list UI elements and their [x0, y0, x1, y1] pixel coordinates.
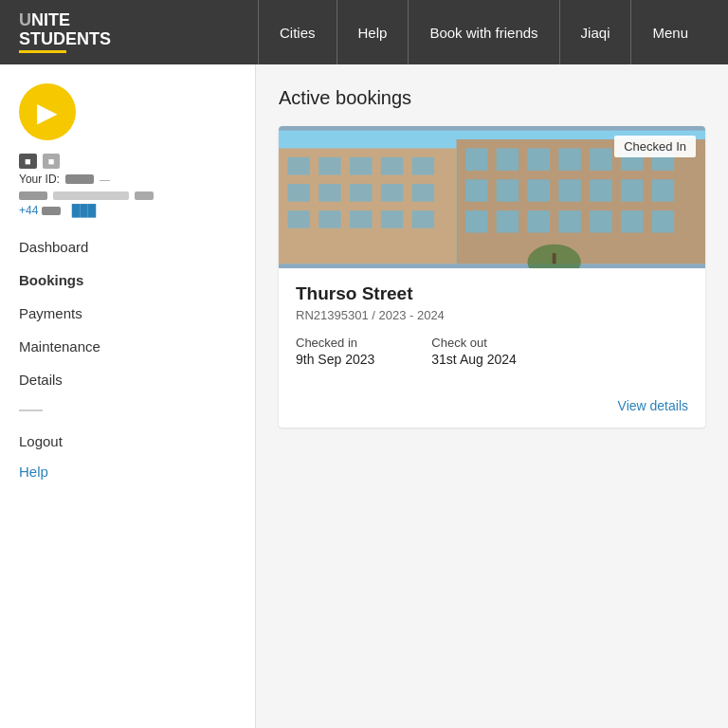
booking-dates: Checked in 9th Sep 2023 Check out 31st A… — [296, 336, 688, 367]
svg-rect-26 — [497, 179, 519, 201]
content-area: Active bookings — [256, 64, 728, 728]
logo-underline — [19, 50, 66, 53]
svg-rect-8 — [318, 184, 340, 202]
view-details-row: View details — [279, 397, 705, 428]
svg-rect-14 — [350, 210, 372, 228]
booking-ref: RN21395301 / 2023 - 2024 — [296, 308, 688, 322]
sidebar-item-details[interactable]: Details — [19, 363, 236, 396]
booking-name: Thurso Street — [296, 283, 688, 304]
phone-row: +44 ███ — [19, 204, 236, 217]
svg-rect-38 — [652, 210, 674, 232]
svg-rect-20 — [528, 148, 550, 170]
avatar: ▶ — [19, 83, 76, 140]
booking-image: Checked In — [279, 126, 705, 268]
logo: UNITE STUDENTS — [19, 11, 111, 54]
checked-in-badge: Checked In — [614, 136, 696, 157]
svg-rect-4 — [350, 157, 372, 175]
svg-rect-15 — [381, 210, 403, 228]
checked-in-date: 9th Sep 2023 — [296, 352, 374, 367]
checked-in-label: Checked in — [296, 336, 374, 350]
svg-rect-6 — [412, 157, 434, 175]
svg-rect-34 — [528, 210, 550, 232]
nav-jiaqi[interactable]: Jiaqi — [560, 0, 632, 64]
check-out-date: 31st Aug 2024 — [431, 352, 517, 367]
user-id-dash: — — [100, 173, 110, 185]
nav-book-friends[interactable]: Book with friends — [409, 0, 559, 64]
sidebar-item-maintenance[interactable]: Maintenance — [19, 330, 236, 363]
svg-rect-3 — [318, 157, 340, 175]
svg-rect-7 — [287, 184, 309, 202]
svg-rect-31 — [652, 179, 674, 201]
badge-gray: ■ — [43, 154, 61, 169]
booking-info: Thurso Street RN21395301 / 2023 - 2024 C… — [279, 268, 705, 397]
svg-rect-33 — [497, 210, 519, 232]
logout-link[interactable]: Logout — [19, 425, 236, 458]
user-badges-row: ■ ■ — [19, 154, 236, 169]
svg-rect-28 — [558, 179, 580, 201]
view-details-link[interactable]: View details — [618, 398, 688, 413]
svg-rect-19 — [497, 148, 519, 170]
sidebar-nav: Dashboard Bookings Payments Maintenance … — [19, 230, 236, 396]
check-out-label: Check out — [431, 336, 517, 350]
help-link[interactable]: Help — [19, 458, 236, 485]
user-id-row: Your ID: — — [19, 173, 236, 186]
user-id-value-block — [65, 174, 94, 184]
svg-rect-27 — [528, 179, 550, 201]
svg-rect-10 — [381, 184, 403, 202]
sidebar-item-payments[interactable]: Payments — [19, 297, 236, 330]
svg-rect-13 — [318, 210, 340, 228]
nav-cities[interactable]: Cities — [258, 0, 337, 64]
email-link[interactable]: ███ — [72, 204, 97, 217]
sidebar-item-dashboard[interactable]: Dashboard — [19, 230, 236, 264]
section-title: Active bookings — [279, 87, 705, 109]
svg-rect-9 — [350, 184, 372, 202]
svg-rect-40 — [553, 253, 556, 264]
svg-rect-29 — [590, 179, 611, 201]
main-nav: Cities Help Book with friends Jiaqi Menu — [258, 0, 709, 64]
svg-rect-2 — [287, 157, 309, 175]
svg-rect-11 — [412, 184, 434, 202]
check-out-block: Check out 31st Aug 2024 — [431, 336, 517, 367]
sidebar-divider — [19, 410, 43, 411]
main-layout: ▶ ■ ■ Your ID: — +44 ███ Dashboard — [0, 64, 728, 728]
contact-block-1 — [19, 191, 47, 200]
svg-rect-36 — [590, 210, 611, 232]
svg-rect-12 — [287, 210, 309, 228]
contact-block-2 — [53, 191, 129, 200]
user-id-label: Your ID: — [19, 173, 60, 186]
svg-rect-37 — [621, 210, 643, 232]
contact-row — [19, 191, 236, 200]
sidebar-item-bookings[interactable]: Bookings — [19, 264, 236, 297]
svg-rect-30 — [621, 179, 643, 201]
svg-rect-35 — [558, 210, 580, 232]
svg-rect-25 — [465, 179, 487, 201]
svg-rect-18 — [465, 148, 487, 170]
checked-in-block: Checked in 9th Sep 2023 — [296, 336, 374, 367]
svg-rect-32 — [465, 210, 487, 232]
badge-dark: ■ — [19, 154, 37, 169]
sidebar: ▶ ■ ■ Your ID: — +44 ███ Dashboard — [0, 64, 256, 728]
nav-menu[interactable]: Menu — [631, 0, 709, 64]
svg-rect-22 — [590, 148, 611, 170]
svg-rect-16 — [412, 210, 434, 228]
contact-block-3 — [135, 191, 154, 200]
nav-help[interactable]: Help — [337, 0, 410, 64]
phone-number-block — [42, 207, 61, 215]
svg-rect-5 — [381, 157, 403, 175]
header: UNITE STUDENTS Cities Help Book with fri… — [0, 0, 728, 64]
phone-prefix: +44 — [19, 204, 38, 217]
avatar-icon: ▶ — [37, 97, 58, 128]
booking-card: Checked In Thurso Street RN21395301 / 20… — [279, 126, 705, 428]
logo-text: UNITE STUDENTS — [19, 11, 111, 49]
svg-rect-21 — [558, 148, 580, 170]
